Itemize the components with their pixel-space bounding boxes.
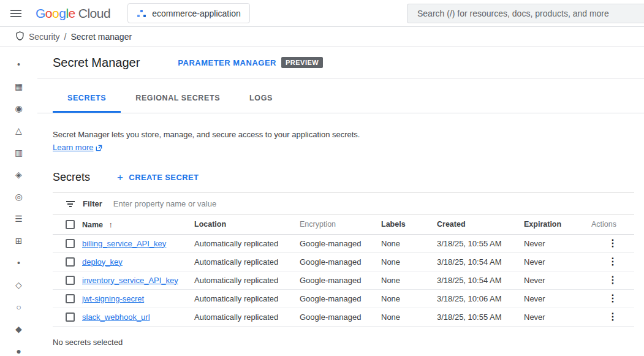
list-icon: ☰: [15, 214, 23, 223]
menu-dot-icon: •: [17, 60, 20, 69]
column-header-encryption: Encryption: [300, 215, 381, 234]
sidebar-item[interactable]: •: [0, 252, 37, 274]
sidebar-item[interactable]: ●: [0, 340, 37, 356]
logo-letter: G: [36, 6, 45, 20]
checkbox-cell: [53, 271, 82, 289]
section-title: Secrets: [53, 171, 90, 184]
sidebar-item[interactable]: ⊞: [0, 230, 37, 252]
network-icon: ◈: [15, 170, 22, 179]
filter-label: Filter: [83, 199, 102, 208]
row-checkbox[interactable]: [66, 312, 75, 322]
page-title: Secret Manager: [53, 56, 140, 70]
tab-bar: SECRETS REGIONAL SECRETS LOGS: [37, 78, 644, 113]
row-overflow-menu-icon[interactable]: ⋮: [603, 311, 623, 323]
created-cell: 3/18/25, 10:54 AM: [437, 271, 524, 289]
expiration-cell: Never: [524, 308, 591, 326]
location-cell: Automatically replicated: [194, 271, 300, 289]
row-checkbox[interactable]: [66, 294, 75, 303]
learn-more-link[interactable]: Learn more: [53, 142, 102, 154]
table-row: jwt-signing-secretAutomatically replicat…: [53, 289, 634, 308]
column-header-actions: Actions: [591, 215, 634, 234]
labels-cell: None: [381, 234, 437, 252]
sidebar-item[interactable]: ◎: [0, 186, 37, 208]
tab-regional-secrets[interactable]: REGIONAL SECRETS: [121, 83, 235, 113]
column-header-location: Location: [194, 215, 300, 234]
select-all-checkbox[interactable]: [66, 220, 75, 229]
add-icon: +: [117, 172, 123, 183]
breadcrumb-separator: /: [64, 32, 67, 42]
preview-badge: PREVIEW: [281, 57, 323, 68]
selection-status: No secrets selected: [53, 338, 629, 347]
table-row: deploy_keyAutomatically replicatedGoogle…: [53, 252, 634, 271]
apps-grid-icon: ⊞: [15, 237, 23, 245]
row-overflow-menu-icon[interactable]: ⋮: [603, 237, 623, 249]
sidebar-item[interactable]: ◇: [0, 274, 37, 296]
tab-logs[interactable]: LOGS: [235, 83, 287, 113]
sidebar-item[interactable]: ▥: [0, 142, 37, 164]
sidebar-item[interactable]: ☰: [0, 208, 37, 230]
shield-account-icon: ◉: [15, 104, 22, 113]
secret-name-link[interactable]: slack_webhook_url: [82, 312, 150, 322]
breadcrumb-section[interactable]: Security: [29, 32, 60, 42]
row-checkbox[interactable]: [66, 276, 75, 285]
name-cell: slack_webhook_url: [82, 308, 194, 326]
main-content: Secret Manager PARAMETER MANAGER PREVIEW…: [37, 47, 644, 355]
created-cell: 3/18/25, 10:55 AM: [437, 308, 524, 326]
checkbox-cell: [53, 289, 82, 308]
secret-name-link[interactable]: jwt-signing-secret: [82, 294, 144, 303]
create-secret-label: CREATE SECRET: [129, 173, 199, 182]
filter-bar: Filter: [53, 192, 634, 215]
secret-name-link[interactable]: inventory_service_API_key: [82, 276, 178, 285]
actions-cell: ⋮: [591, 289, 634, 308]
security-shield-icon: [15, 31, 25, 44]
learn-more-label: Learn more: [53, 142, 93, 154]
encryption-cell: Google-managed: [300, 289, 381, 308]
row-overflow-menu-icon[interactable]: ⋮: [603, 274, 623, 286]
secrets-table-card: Filter Name ↑ Location En: [53, 192, 634, 327]
project-selector[interactable]: ecommerce-application: [127, 3, 250, 23]
location-cell: Automatically replicated: [194, 234, 300, 252]
sidebar-item[interactable]: •: [0, 53, 37, 75]
breadcrumb-page: Secret manager: [70, 32, 132, 42]
encryption-cell: Google-managed: [300, 234, 381, 252]
filter-icon: [66, 201, 75, 207]
hamburger-menu-icon[interactable]: [5, 2, 27, 25]
shield-lock-icon: ◆: [15, 325, 22, 333]
checkbox-cell: [53, 252, 82, 271]
logo-letter: g: [59, 6, 66, 20]
row-checkbox[interactable]: [66, 239, 75, 248]
created-cell: 3/18/25, 10:06 AM: [437, 289, 524, 308]
logo-letter: e: [69, 6, 75, 20]
logo-letter: o: [52, 6, 59, 20]
page-description: Secret Manager lets you store, manage, a…: [53, 129, 629, 141]
row-overflow-menu-icon[interactable]: ⋮: [603, 256, 623, 268]
column-header-labels: Labels: [381, 215, 437, 234]
table-row: inventory_service_API_keyAutomatically r…: [53, 271, 634, 289]
actions-cell: ⋮: [591, 252, 634, 271]
sidebar-item[interactable]: ◆: [0, 318, 37, 340]
sidebar-item[interactable]: ◉: [0, 97, 37, 119]
labels-cell: None: [381, 289, 437, 308]
secret-name-link[interactable]: deploy_key: [82, 257, 123, 267]
actions-cell: ⋮: [591, 308, 634, 326]
location-cell: Automatically replicated: [194, 289, 300, 308]
search-input[interactable]: [407, 4, 644, 23]
column-header-created: Created: [437, 215, 524, 234]
create-secret-button[interactable]: + CREATE SECRET: [117, 172, 199, 183]
tab-secrets[interactable]: SECRETS: [53, 83, 121, 113]
parameter-manager-link[interactable]: PARAMETER MANAGER: [178, 58, 276, 67]
project-icon: [137, 9, 146, 18]
column-header-name[interactable]: Name: [82, 221, 103, 229]
filter-input[interactable]: [113, 193, 634, 214]
sidebar-item[interactable]: ◈: [0, 164, 37, 186]
sidebar-item[interactable]: ○: [0, 296, 37, 318]
sort-ascending-icon[interactable]: ↑: [109, 220, 113, 229]
created-cell: 3/18/25, 10:55 AM: [437, 234, 524, 252]
row-overflow-menu-icon[interactable]: ⋮: [603, 292, 623, 305]
actions-cell: ⋮: [591, 271, 634, 289]
google-logo-word: Google: [36, 6, 75, 21]
row-checkbox[interactable]: [66, 257, 75, 267]
sidebar-item[interactable]: △: [0, 119, 37, 142]
sidebar-item[interactable]: ▦: [0, 75, 37, 97]
secret-name-link[interactable]: billing_service_API_key: [82, 239, 166, 248]
